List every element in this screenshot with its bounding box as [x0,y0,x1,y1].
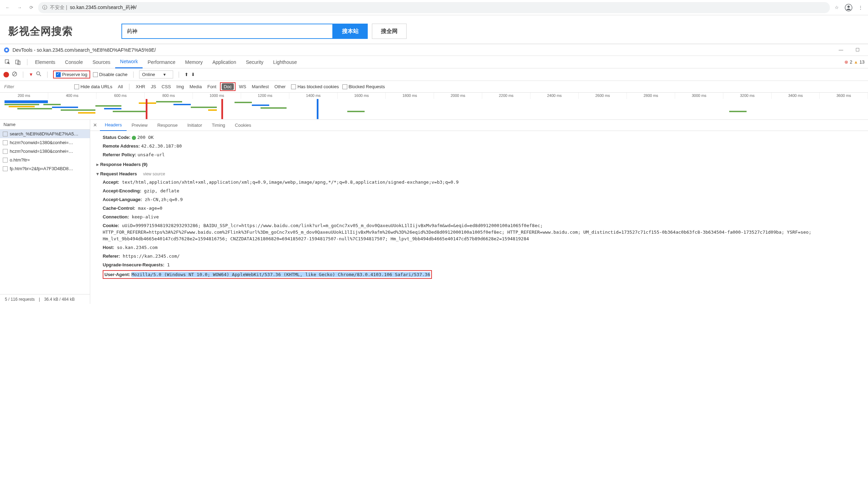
tab-application[interactable]: Application [207,56,241,68]
close-details-button[interactable]: × [90,122,100,129]
blocked-requests-checkbox[interactable]: Blocked Requests [342,84,385,89]
filter-type-ws[interactable]: WS [237,83,248,90]
minimize-button[interactable]: — [834,46,848,54]
filter-type-media[interactable]: Media [187,83,204,90]
blocked-requests-label: Blocked Requests [349,84,385,89]
filter-type-css[interactable]: CSS [160,83,173,90]
page-header: 影视全网搜索 搜本站 搜全网 [0,15,868,44]
filter-icon[interactable]: ▼ [29,72,33,77]
devtools-tabs: ElementsConsoleSourcesNetworkPerformance… [0,56,868,68]
bookmark-icon[interactable]: ☆ [832,3,842,13]
detail-tab-preview[interactable]: Preview [127,120,152,131]
devtools-title: DevTools - so.kan.2345.com/search_%E8%8D… [12,47,831,53]
filter-input[interactable] [3,83,71,90]
tab-network[interactable]: Network [115,56,143,68]
header-key: Host: [103,245,114,250]
request-row[interactable]: hczm?conwid=1380&conhei=… [0,147,90,156]
svg-point-1 [848,6,850,8]
timeline-tick: 1000 ms [193,93,241,99]
preserve-log-checkbox[interactable]: Preserve log [53,70,90,78]
header-row: Cookie: uUiD=9999715948192829329328​6; B… [96,221,862,243]
request-row[interactable]: search_%E8%8D%AF%E7%A5… [0,130,90,138]
preserve-log-label: Preserve log [62,72,87,77]
forward-button[interactable]: → [15,3,24,13]
network-toolbar: ▼ Preserve log Disable cache Online ▾ ⬆ … [0,68,868,81]
filter-type-js[interactable]: JS [149,83,158,90]
has-blocked-cookies-checkbox[interactable]: Has blocked cookies [291,84,339,89]
filter-type-doc[interactable]: Doc [222,83,234,90]
hide-data-urls-checkbox[interactable]: Hide data URLs [74,84,112,89]
download-har-icon[interactable]: ⬇ [191,72,195,77]
detail-tab-cookies[interactable]: Cookies [230,120,256,131]
search-icon[interactable] [36,71,42,78]
filter-type-all[interactable]: All [116,83,125,90]
tab-elements[interactable]: Elements [30,56,60,68]
filter-type-img[interactable]: Img [175,83,186,90]
throttling-select[interactable]: Online ▾ [139,70,173,78]
url-bar[interactable]: ⓘ 不安全 | so.kan.2345.com/search_药神/ [38,2,830,13]
search-global-button[interactable]: 搜全网 [372,24,407,39]
reload-button[interactable]: ⟳ [26,3,36,13]
detail-tab-headers[interactable]: Headers [100,120,127,131]
request-row[interactable]: hczm?conwid=1380&conhei=… [0,138,90,147]
filter-type-font[interactable]: Font [205,83,219,90]
tab-lighthouse[interactable]: Lighthouse [268,56,302,68]
inspect-icon[interactable] [3,58,12,66]
detail-tab-initiator[interactable]: Initiator [182,120,207,131]
view-source-link[interactable]: view source [143,172,165,176]
document-icon [3,158,8,163]
request-headers-section[interactable]: Request Headers view source [96,168,862,178]
chrome-menu-icon[interactable]: ⋮ [856,3,865,13]
search-local-button[interactable]: 搜本站 [333,24,368,39]
back-button[interactable]: ← [3,3,12,13]
timeline-tick: 1600 ms [338,93,386,99]
detail-tab-timing[interactable]: Timing [207,120,230,131]
tab-memory[interactable]: Memory [180,56,208,68]
svg-line-8 [13,73,16,75]
svg-point-9 [36,72,40,75]
document-icon [3,149,8,154]
browser-toolbar: ← → ⟳ ⓘ 不安全 | so.kan.2345.com/search_药神/… [0,0,868,15]
separator [179,72,179,78]
separator [129,84,129,90]
issues-summary[interactable]: ⊗2 ▲13 [844,59,865,65]
header-key: Accept-Language: [103,197,142,202]
filter-type-other[interactable]: Other [272,83,288,90]
referrer-policy-val: unsafe-url [137,152,164,157]
header-row: Accept-Language: zh-CN,zh;q=0.9 [96,195,862,204]
search-input[interactable] [121,24,333,39]
filter-type-manifest[interactable]: Manifest [250,83,271,90]
checkbox-icon [93,72,98,77]
separator [23,72,23,78]
svg-rect-5 [16,60,19,64]
request-row[interactable]: o.htm?ltr= [0,156,90,164]
name-column-header[interactable]: Name [0,120,90,130]
upload-har-icon[interactable]: ⬆ [185,72,188,77]
filter-type-xhr[interactable]: XHR [134,83,147,90]
tab-sources[interactable]: Sources [88,56,115,68]
request-list: Name search_%E8%8D%AF%E7%A5…hczm?conwid=… [0,120,90,304]
timeline-tick: 200 ms [0,93,48,99]
tab-security[interactable]: Security [241,56,269,68]
header-row: Connection: keep-alive [96,213,862,221]
referrer-policy-key: Referrer Policy: [103,152,136,157]
status-bar: 5 / 116 requests | 36.4 kB / 484 kB [0,294,90,304]
warning-icon: ▲ [854,59,858,65]
profile-icon[interactable] [844,3,853,13]
network-timeline[interactable]: 200 ms400 ms600 ms800 ms1000 ms1200 ms14… [0,93,868,120]
tab-console[interactable]: Console [60,56,87,68]
separator [133,72,134,78]
record-button[interactable] [3,72,9,77]
timeline-bars [0,99,868,119]
detail-tab-response[interactable]: Response [152,120,182,131]
request-details: × HeadersPreviewResponseInitiatorTimingC… [90,120,868,304]
clear-button[interactable] [12,71,17,78]
tab-performance[interactable]: Performance [143,56,180,68]
response-headers-section[interactable]: Response Headers (9) [96,159,862,168]
error-icon: ⊗ [844,59,848,65]
request-row[interactable]: fp.htm?br=2&fp=A7F3D4BD8… [0,164,90,173]
device-icon[interactable] [14,58,22,66]
maximize-button[interactable]: ☐ [851,46,865,54]
disable-cache-checkbox[interactable]: Disable cache [93,72,128,77]
error-count: 2 [850,59,852,65]
